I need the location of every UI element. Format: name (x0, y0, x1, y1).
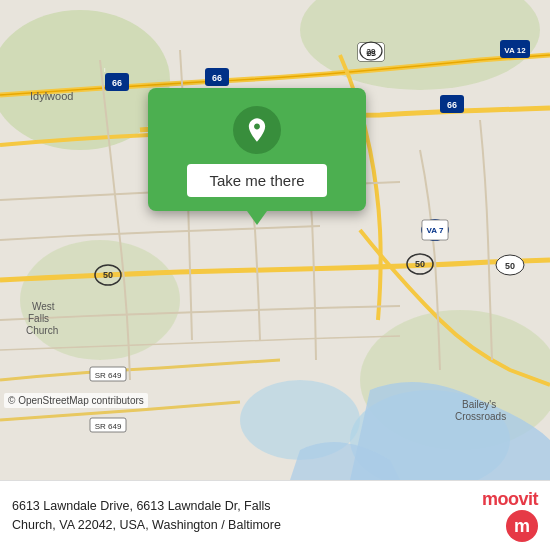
svg-text:SR 649: SR 649 (95, 371, 122, 380)
svg-text:Falls: Falls (28, 313, 49, 324)
moovit-logo: moovit m (482, 489, 538, 542)
svg-text:West: West (32, 301, 55, 312)
location-pin-card: Take me there (148, 88, 366, 211)
svg-text:VA 12: VA 12 (504, 46, 526, 55)
svg-text:66: 66 (447, 100, 457, 110)
svg-text:29: 29 (367, 47, 376, 56)
svg-text:66: 66 (212, 73, 222, 83)
svg-text:VA 7: VA 7 (427, 226, 444, 235)
svg-text:66: 66 (112, 78, 122, 88)
svg-text:Church: Church (26, 325, 58, 336)
address-text: 6613 Lawndale Drive, 6613 Lawndale Dr, F… (12, 497, 472, 535)
map-pin-icon (233, 106, 281, 154)
svg-text:50: 50 (103, 270, 113, 280)
svg-text:50: 50 (505, 261, 515, 271)
osm-attribution: © OpenStreetMap contributors (4, 393, 148, 408)
svg-text:50: 50 (415, 259, 425, 269)
svg-point-3 (20, 240, 180, 360)
svg-text:Idylwood: Idylwood (30, 90, 73, 102)
svg-text:Bailey's: Bailey's (462, 399, 496, 410)
info-bar: 6613 Lawndale Drive, 6613 Lawndale Dr, F… (0, 480, 550, 550)
map-view: 66 I 66 66 66 VA 12 US 29 29 50 50 VA 7 … (0, 0, 550, 480)
svg-text:SR 649: SR 649 (95, 422, 122, 431)
svg-text:Crossroads: Crossroads (455, 411, 506, 422)
moovit-brand-text: moovit (482, 489, 538, 510)
moovit-brand-icon: m (506, 510, 538, 542)
take-me-there-button[interactable]: Take me there (187, 164, 326, 197)
